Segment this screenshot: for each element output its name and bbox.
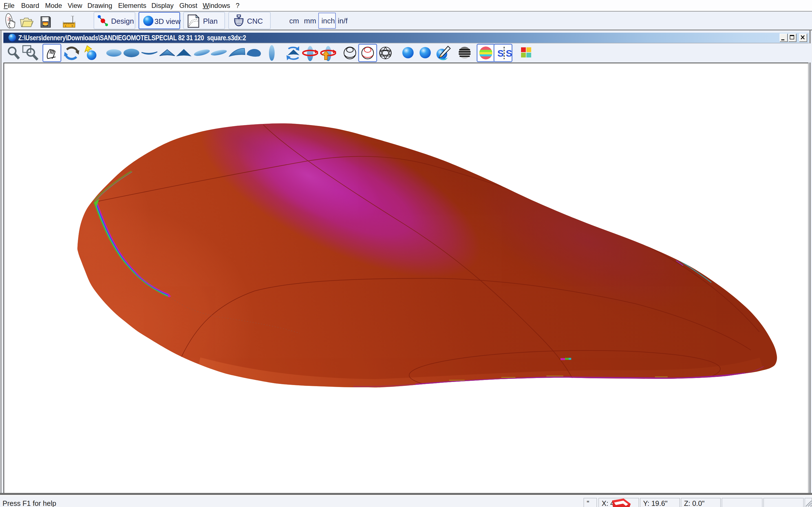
svg-text:1: 1 [65,24,66,27]
svg-text:0: 0 [71,24,73,27]
svg-text:S: S [506,48,512,59]
svg-text:S: S [497,48,504,59]
